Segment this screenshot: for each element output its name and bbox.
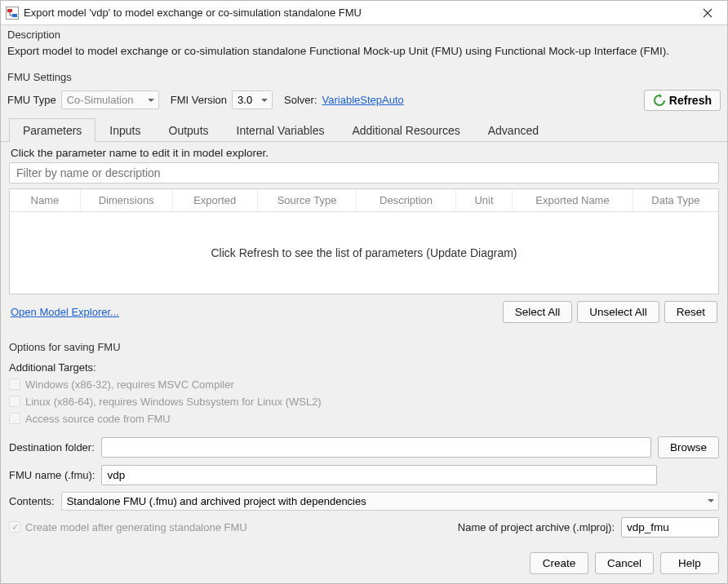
cancel-button[interactable]: Cancel [595, 552, 654, 574]
col-data-type[interactable]: Data Type [633, 189, 718, 211]
tab-parameters[interactable]: Parameters [9, 118, 95, 142]
svg-rect-2 [12, 14, 17, 17]
window-title: Export model 'vdp' to model exchange or … [24, 7, 691, 19]
target-source-label: Access source code from FMU [25, 413, 171, 425]
archive-label: Name of project archive (.mlproj): [458, 521, 615, 533]
create-button[interactable]: Create [530, 552, 588, 574]
simulink-icon [6, 7, 19, 20]
contents-select[interactable]: Standalone FMU (.fmu) and archived proje… [61, 492, 719, 511]
col-dimensions[interactable]: Dimensions [81, 189, 173, 211]
titlebar: Export model 'vdp' to model exchange or … [1, 1, 727, 25]
refresh-icon [653, 94, 666, 107]
filter-input[interactable] [9, 162, 719, 184]
svg-rect-1 [7, 9, 12, 12]
solver-link[interactable]: VariableStepAuto [322, 94, 404, 106]
params-hint: Click the parameter name to edit it in m… [9, 145, 719, 162]
contents-label: Contents: [9, 495, 55, 507]
fmu-name-input[interactable] [101, 465, 657, 485]
create-model-label: Create model after generating standalone… [25, 521, 247, 533]
targets-heading: Additional Targets: [9, 361, 719, 374]
fmu-settings-heading: FMU Settings [1, 68, 727, 86]
tab-inputs[interactable]: Inputs [95, 118, 154, 142]
fmu-type-select[interactable]: Co-Simulation [61, 91, 159, 109]
checkbox-access-source [9, 413, 20, 424]
browse-button[interactable]: Browse [658, 436, 719, 458]
col-source-type[interactable]: Source Type [258, 189, 357, 211]
svg-rect-0 [7, 7, 19, 19]
checkbox-windows-x86-32 [9, 378, 20, 390]
dest-folder-label: Destination folder: [9, 441, 95, 453]
tab-bar: Parameters Inputs Outputs Internal Varia… [1, 117, 727, 142]
tab-additional-resources[interactable]: Additional Resources [338, 118, 473, 142]
col-name[interactable]: Name [10, 189, 81, 211]
options-heading: Options for saving FMU [9, 338, 719, 356]
fmi-version-label: FMI Version [171, 94, 227, 106]
tab-outputs[interactable]: Outputs [155, 118, 223, 142]
reset-button[interactable]: Reset [664, 301, 717, 323]
close-icon [703, 8, 712, 18]
tab-advanced[interactable]: Advanced [474, 118, 553, 142]
description-heading: Description [1, 25, 727, 44]
archive-name-input[interactable] [621, 517, 719, 538]
fmi-version-select[interactable]: 3.0 [232, 91, 273, 109]
open-model-explorer-link[interactable]: Open Model Explorer... [11, 306, 119, 318]
col-unit[interactable]: Unit [456, 189, 513, 211]
help-button[interactable]: Help [660, 552, 719, 574]
checkbox-linux-x86-64 [9, 396, 20, 407]
checkbox-create-model [9, 521, 20, 533]
col-exported[interactable]: Exported [173, 189, 258, 211]
close-button[interactable] [691, 2, 724, 24]
target-windows-label: Windows (x86-32), requires MSVC Compiler [25, 378, 234, 391]
unselect-all-button[interactable]: Unselect All [577, 301, 659, 323]
dest-folder-input[interactable] [101, 437, 651, 458]
col-exported-name[interactable]: Exported Name [513, 189, 633, 211]
refresh-button[interactable]: Refresh [644, 90, 721, 111]
table-empty-message: Click Refresh to see the list of paramet… [10, 212, 718, 294]
target-linux-label: Linux (x86-64), requires Windows Subsyst… [25, 396, 322, 408]
params-table: Name Dimensions Exported Source Type Des… [9, 188, 719, 294]
col-description[interactable]: Description [357, 189, 456, 211]
tab-internal-variables[interactable]: Internal Variables [223, 118, 339, 142]
fmu-type-label: FMU Type [7, 94, 56, 106]
description-text: Export model to model exchange or co-sim… [1, 44, 727, 68]
select-all-button[interactable]: Select All [503, 301, 573, 323]
fmu-name-label: FMU name (.fmu): [9, 469, 95, 481]
solver-label: Solver: [284, 94, 317, 106]
